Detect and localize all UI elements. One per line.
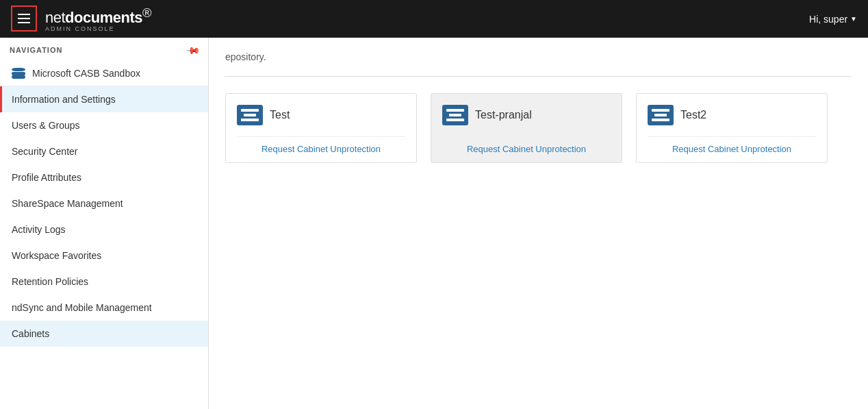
hamburger-line bbox=[18, 22, 30, 23]
sidebar-item-label: Activity Logs bbox=[12, 224, 66, 235]
sidebar-item-label: ndSync and Mobile Management bbox=[12, 302, 152, 313]
casb-label: Microsoft CASB Sandbox bbox=[32, 68, 140, 79]
app-layout: NAVIGATION 📌 Microsoft CASB Sandbox Info… bbox=[0, 38, 868, 409]
sidebar-item-label: Security Center bbox=[12, 146, 77, 157]
icon-line bbox=[241, 119, 259, 121]
sidebar-item-label: Retention Policies bbox=[12, 276, 88, 287]
cabinet-unprotection-link[interactable]: Request Cabinet Unprotection bbox=[237, 136, 405, 154]
sidebar-item-profile-attributes[interactable]: Profile Attributes bbox=[0, 164, 208, 190]
icon-line bbox=[449, 114, 461, 116]
icon-line bbox=[244, 114, 256, 116]
sidebar-item-label: ShareSpace Management bbox=[12, 198, 123, 209]
admin-console-label: ADMIN CONSOLE bbox=[45, 25, 151, 32]
repo-description: epository. bbox=[225, 51, 852, 62]
brand-light: net bbox=[45, 9, 65, 26]
sidebar-item-label: Cabinets bbox=[12, 328, 49, 339]
pin-icon[interactable]: 📌 bbox=[185, 42, 201, 58]
cabinet-card-test2[interactable]: Test2 Request Cabinet Unprotection bbox=[636, 93, 828, 163]
hamburger-line bbox=[18, 14, 30, 15]
cabinet-name: Test2 bbox=[680, 109, 706, 121]
cabinet-card-test-pranjal[interactable]: Test-pranjal Request Cabinet Unprotectio… bbox=[431, 93, 622, 163]
cabinet-card-test[interactable]: Test Request Cabinet Unprotection bbox=[225, 93, 417, 163]
cabinet-card-header: Test-pranjal bbox=[442, 105, 611, 125]
sidebar-item-security-center[interactable]: Security Center bbox=[0, 138, 208, 164]
database-icon bbox=[12, 68, 25, 79]
icon-line bbox=[446, 119, 464, 121]
menu-button[interactable] bbox=[11, 5, 37, 32]
chevron-down-icon: ▼ bbox=[850, 15, 857, 23]
cabinet-card-header: Test2 bbox=[648, 105, 816, 125]
user-menu[interactable]: Hi, super ▼ bbox=[809, 14, 857, 25]
sidebar-item-ndsync-mobile[interactable]: ndSync and Mobile Management bbox=[0, 295, 208, 321]
sidebar-item-cabinets[interactable]: Cabinets bbox=[0, 321, 208, 347]
sidebar-item-label: Workspace Favorites bbox=[12, 250, 101, 261]
sidebar-item-workspace-favorites[interactable]: Workspace Favorites bbox=[0, 243, 208, 269]
nav-label: NAVIGATION bbox=[10, 46, 62, 54]
cabinets-grid: Test Request Cabinet Unprotection Test-p… bbox=[225, 93, 852, 163]
cabinet-unprotection-link[interactable]: Request Cabinet Unprotection bbox=[442, 136, 611, 154]
repo-text-content: epository. bbox=[225, 51, 266, 62]
icon-line bbox=[654, 114, 667, 116]
brand-super: ® bbox=[142, 5, 151, 20]
header-left: netdocuments® ADMIN CONSOLE bbox=[11, 5, 151, 32]
sidebar-item-label: Users & Groups bbox=[12, 120, 80, 131]
divider bbox=[225, 76, 852, 77]
cabinet-name: Test-pranjal bbox=[475, 109, 532, 121]
sidebar-item-users-groups[interactable]: Users & Groups bbox=[0, 112, 208, 138]
user-greeting: Hi, super bbox=[809, 14, 847, 25]
brand-bold: documents bbox=[65, 9, 142, 26]
sidebar-item-activity-logs[interactable]: Activity Logs bbox=[0, 216, 208, 243]
icon-line bbox=[241, 109, 259, 112]
sidebar-item-label: Information and Settings bbox=[12, 94, 116, 105]
sidebar-header: NAVIGATION 📌 bbox=[0, 38, 208, 61]
hamburger-line bbox=[18, 18, 30, 19]
app-header: netdocuments® ADMIN CONSOLE Hi, super ▼ bbox=[0, 0, 868, 38]
logo: netdocuments® ADMIN CONSOLE bbox=[45, 5, 151, 32]
icon-line bbox=[652, 119, 669, 121]
main-content: epository. Test Request Cabinet Unprotec… bbox=[209, 38, 868, 409]
brand-text: netdocuments® bbox=[45, 5, 151, 27]
icon-line bbox=[652, 109, 669, 112]
cabinet-name: Test bbox=[270, 109, 290, 121]
sidebar-item-sharespace-management[interactable]: ShareSpace Management bbox=[0, 190, 208, 216]
sidebar-item-information-settings[interactable]: Information and Settings bbox=[0, 86, 208, 112]
cabinet-unprotection-link[interactable]: Request Cabinet Unprotection bbox=[648, 136, 816, 154]
cabinet-card-header: Test bbox=[237, 105, 405, 125]
icon-line bbox=[446, 109, 464, 112]
cabinet-icon bbox=[648, 105, 674, 125]
sidebar-item-retention-policies[interactable]: Retention Policies bbox=[0, 269, 208, 295]
cabinet-icon bbox=[442, 105, 468, 125]
sidebar: NAVIGATION 📌 Microsoft CASB Sandbox Info… bbox=[0, 38, 209, 409]
sidebar-item-casb[interactable]: Microsoft CASB Sandbox bbox=[0, 61, 208, 86]
sidebar-item-label: Profile Attributes bbox=[12, 172, 81, 183]
cabinet-icon bbox=[237, 105, 263, 125]
